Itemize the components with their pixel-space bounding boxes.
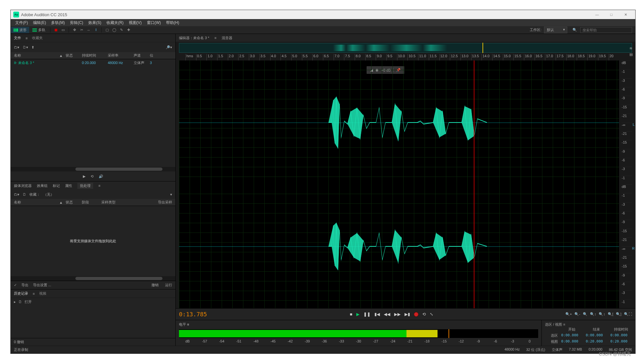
waveform-display[interactable]: ◢ ◉ +0 dB 📌 dB-1-3-6-9-15-21-∞-21-15-9-6… (179, 60, 619, 308)
tab-video[interactable]: 视频 (39, 291, 46, 296)
col-name[interactable]: 名称 (14, 53, 59, 58)
menu-favorites[interactable]: 收藏夹(R) (104, 20, 126, 26)
export-settings-link[interactable]: 导出设置 ... (33, 283, 51, 288)
batch-fav-value[interactable]: （无） (43, 192, 54, 197)
go-end-button[interactable]: ▶▮ (405, 312, 410, 317)
tab-files[interactable]: 文件 (14, 36, 21, 40)
spectral-freq-icon[interactable] (53, 27, 59, 33)
preview-autoplay-icon[interactable]: 🔊 (99, 174, 103, 179)
play-button[interactable]: ▶ (356, 312, 360, 317)
tab-history[interactable]: 历史记录 (14, 291, 28, 296)
heal-tool-icon[interactable]: ✚ (126, 27, 131, 33)
stop-button[interactable]: ■ (350, 312, 352, 317)
level-meter[interactable] (179, 329, 538, 338)
tab-favorites[interactable]: 收藏夹 (32, 36, 43, 40)
record-button[interactable] (414, 312, 418, 317)
batch-scrollbar[interactable] (11, 276, 175, 281)
forward-button[interactable]: ▶▶ (394, 312, 401, 317)
col-channels[interactable]: 声道 (134, 53, 150, 58)
tab-media-browser[interactable]: 媒体浏览器 (14, 183, 32, 188)
selview-title[interactable]: 选区 / 视图 (545, 322, 562, 326)
menu-view[interactable]: 视图(V) (126, 20, 144, 26)
view-start[interactable]: 0:00.000 (561, 339, 583, 344)
overview-bar[interactable] (179, 43, 632, 53)
zoom-reset-icon[interactable]: 🔍 (583, 312, 587, 316)
batch-dropdown-icon[interactable]: ▾ (170, 192, 172, 197)
minimize-button[interactable]: — (590, 10, 604, 19)
bcol-name[interactable]: 名称 (14, 200, 59, 205)
batch-run-button[interactable]: 运行 (165, 283, 172, 288)
level-label[interactable]: 电平 (179, 322, 186, 326)
sort-icon[interactable]: ▲ (59, 54, 66, 58)
import-icon[interactable]: ⬆ (31, 45, 34, 49)
loop-button[interactable]: ⟲ (422, 312, 426, 317)
search-input[interactable] (580, 27, 632, 33)
sel-end[interactable]: 0:00.000 (586, 333, 607, 338)
zoom-in-amp-icon[interactable]: 🔍↕ (590, 312, 596, 316)
pause-button[interactable]: ❚❚ (363, 312, 371, 317)
multitrack-view-button[interactable]: 多轨 (30, 27, 48, 33)
history-item[interactable]: ▸🗋 打开 (11, 298, 175, 306)
zoom-full-icon[interactable]: 🔍⛶ (624, 312, 632, 316)
menu-help[interactable]: 帮助(H) (163, 20, 182, 26)
go-start-button[interactable]: ▮◀ (374, 312, 380, 317)
view-dur[interactable]: 0:20.000 (610, 339, 632, 344)
menu-edit[interactable]: 编辑(E) (30, 20, 49, 26)
move-tool-icon[interactable]: ✥ (72, 27, 77, 33)
skip-selection-button[interactable]: ⤡ (430, 312, 433, 317)
batch-new-icon[interactable]: 🗋 (23, 192, 26, 196)
bcol-status[interactable]: 状态 (66, 200, 82, 205)
tab-batch[interactable]: 批处理 (77, 183, 93, 189)
menu-multitrack[interactable]: 多轨(M) (49, 20, 67, 26)
batch-undo-button[interactable]: 撤销 (151, 283, 159, 288)
marquee-tool-icon[interactable]: ▢ (104, 27, 110, 33)
time-ruler[interactable]: hms0.51.01.52.02.53.03.54.04.55.05.56.06… (179, 54, 619, 60)
menu-window[interactable]: 窗口(W) (144, 20, 163, 26)
sel-dur[interactable]: 0:00.000 (610, 333, 632, 338)
view-end[interactable]: 0:20.000 (586, 339, 607, 344)
zoom-out-time-icon[interactable]: 🔍- (574, 312, 580, 316)
preview-play-icon[interactable]: ▶ (83, 174, 85, 179)
time-select-tool-icon[interactable]: Ⅰ (93, 27, 99, 33)
col-bits[interactable]: 位 (150, 53, 153, 58)
open-file-icon[interactable]: 🗀▾ (14, 45, 19, 49)
tab-markers[interactable]: 标记 (53, 183, 60, 188)
sel-start[interactable]: 0:00.000 (561, 333, 583, 338)
tab-effects-rack[interactable]: 效果组 (37, 183, 48, 188)
workspace-dropdown[interactable]: 默认 (544, 27, 567, 33)
pitch-display-icon[interactable]: ▤ (629, 52, 633, 57)
slip-tool-icon[interactable]: ↔ (86, 27, 92, 33)
preview-loop-icon[interactable]: ⟲ (91, 174, 94, 179)
col-status[interactable]: 状态 (66, 53, 82, 58)
menu-clip[interactable]: 剪辑(C) (67, 20, 86, 26)
maximize-button[interactable]: □ (604, 10, 618, 19)
razor-tool-icon[interactable]: ✂ (79, 27, 84, 33)
time-display[interactable]: 0:13.785 (179, 311, 218, 318)
playhead[interactable] (474, 60, 474, 308)
bcol-stage[interactable]: 阶段 (82, 200, 101, 205)
zoom-out-amp-icon[interactable]: 🔍↕ (599, 312, 605, 316)
spectral-pitch-icon[interactable]: ▭ (60, 27, 66, 33)
file-row[interactable]: ⊪ 未命名 3 * 0:20.000 48000 Hz 立体声 3 (11, 59, 175, 66)
menu-effects[interactable]: 效果(S) (86, 20, 104, 26)
col-rate[interactable]: 采样率 (108, 53, 134, 58)
tab-properties[interactable]: 属性 (65, 183, 72, 188)
files-scrollbar[interactable] (11, 167, 175, 171)
bcol-type[interactable]: 采样类型 (101, 200, 127, 205)
tab-mixer[interactable]: 混音器 (222, 36, 232, 40)
lasso-tool-icon[interactable]: ◯ (111, 27, 117, 33)
export-checkbox[interactable]: ✓ (14, 283, 17, 287)
batch-drop-zone[interactable]: 将受支持媒体文件拖放到此处 (11, 206, 175, 276)
batch-open-icon[interactable]: 🗀▾ (14, 192, 19, 197)
zoom-in-time-icon[interactable]: 🔍+ (565, 312, 572, 316)
close-button[interactable]: ✕ (618, 10, 633, 19)
freq-display-icon[interactable]: ≋ (629, 46, 633, 50)
menu-file[interactable]: 文件(F) (13, 20, 30, 26)
brush-tool-icon[interactable]: ✎ (118, 27, 124, 33)
bcol-export[interactable]: 导出采样 (158, 200, 172, 205)
col-duration[interactable]: 持续时间 (82, 53, 108, 58)
rewind-button[interactable]: ◀◀ (384, 312, 390, 317)
tab-editor[interactable]: 编辑器：未命名 3 * (179, 36, 209, 40)
filter-icon[interactable]: 🔎▾ (166, 45, 172, 49)
waveform-view-button[interactable]: 波形 (11, 27, 29, 33)
